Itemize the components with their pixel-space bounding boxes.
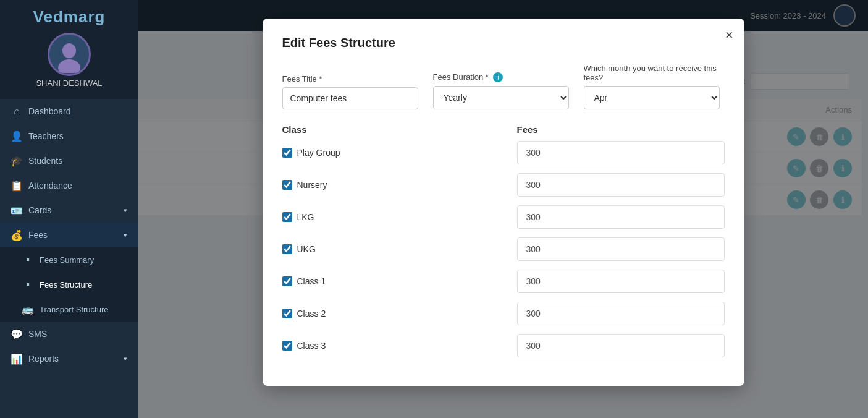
sidebar-item-teachers[interactable]: 👤 Teachers <box>0 124 138 148</box>
sidebar-item-dashboard[interactable]: ⌂ Dashboard <box>0 99 138 124</box>
main-content: Session: 2023 - 2024 Search: Creation Da… <box>138 0 868 418</box>
modal-title: Edit Fees Structure <box>282 36 725 50</box>
fees-title-group: Fees Title * <box>282 74 418 109</box>
chevron-down-icon: ▾ <box>124 355 127 363</box>
fees-input-class2 <box>517 302 725 325</box>
nursery-checkbox[interactable] <box>282 180 292 190</box>
col-fees-label: Fees <box>517 124 725 135</box>
sidebar: Vedmarg SHANI DESHWAL ⌂ Dashboard 👤 Teac… <box>0 0 138 418</box>
sidebar-item-label: Transport Structure <box>40 305 127 314</box>
app-shell: Vedmarg SHANI DESHWAL ⌂ Dashboard 👤 Teac… <box>0 0 868 418</box>
class-label: Class 1 <box>297 276 326 286</box>
class-checkbox-label: Class 3 <box>282 341 517 351</box>
class-label: LKG <box>297 212 314 222</box>
fees-duration-select[interactable]: Yearly Monthly Quarterly Half Yearly <box>433 86 569 109</box>
fees-icon: 💰 <box>11 229 22 241</box>
teachers-icon: 👤 <box>11 130 22 142</box>
avatar <box>48 33 91 76</box>
class-fees-header: Class Fees <box>282 124 725 135</box>
fees-submenu: ▪ Fees Summary ▪ Fees Structure 🚌 Transp… <box>0 247 138 322</box>
play-group-checkbox[interactable] <box>282 148 292 158</box>
class-label: Class 3 <box>297 341 326 351</box>
fees-value-class1[interactable] <box>517 270 725 293</box>
sms-icon: 💬 <box>11 328 22 339</box>
class-label: Class 2 <box>297 309 326 318</box>
sidebar-item-label: Fees <box>28 230 117 240</box>
sidebar-item-label: Fees Structure <box>40 280 127 289</box>
cards-icon: 🪪 <box>11 205 22 216</box>
info-icon[interactable]: i <box>493 72 503 82</box>
class3-checkbox[interactable] <box>282 341 292 351</box>
class-label: Play Group <box>297 148 340 158</box>
modal-form-row: Fees Title * Fees Duration * i Yearly Mo… <box>282 64 725 109</box>
class-fee-row-play-group: Play Group <box>282 141 725 164</box>
lkg-checkbox[interactable] <box>282 212 292 222</box>
sidebar-item-label: Students <box>28 156 127 166</box>
class-checkbox-label: Class 1 <box>282 276 517 286</box>
class-label: UKG <box>297 244 316 254</box>
fees-duration-group: Fees Duration * i Yearly Monthly Quarter… <box>433 72 569 110</box>
sidebar-item-students[interactable]: 🎓 Students <box>0 148 138 173</box>
sidebar-item-transport-structure[interactable]: 🚌 Transport Structure <box>0 297 138 322</box>
sidebar-item-label: Reports <box>28 354 117 364</box>
class-fee-row-lkg: LKG <box>282 205 725 229</box>
sidebar-item-sms[interactable]: 💬 SMS <box>0 322 138 346</box>
class-checkbox-label: Class 2 <box>282 309 517 318</box>
modal-overlay: Edit Fees Structure × Fees Title * Fees … <box>138 0 868 418</box>
fees-value-play-group[interactable] <box>517 141 725 164</box>
class-checkbox-label: LKG <box>282 212 517 222</box>
sidebar-item-fees-structure[interactable]: ▪ Fees Structure <box>0 272 138 297</box>
sidebar-item-label: Attendance <box>28 181 127 190</box>
username: SHANI DESHWAL <box>36 79 102 88</box>
sidebar-item-label: SMS <box>28 329 127 339</box>
class-checkbox-label: Nursery <box>282 180 517 190</box>
students-icon: 🎓 <box>11 155 22 166</box>
fees-title-input[interactable] <box>282 87 418 109</box>
class-fee-row-ukg: UKG <box>282 237 725 261</box>
app-name: Vedmarg <box>33 7 106 27</box>
fees-value-class3[interactable] <box>517 334 725 357</box>
sidebar-item-label: Fees Summary <box>40 255 127 265</box>
class1-checkbox[interactable] <box>282 276 292 286</box>
fees-input-lkg <box>517 205 725 229</box>
class-checkbox-label: Play Group <box>282 148 517 158</box>
sidebar-item-fees[interactable]: 💰 Fees ▾ <box>0 223 138 247</box>
fees-summary-icon: ▪ <box>22 254 33 265</box>
chevron-down-icon: ▾ <box>124 231 127 239</box>
svg-point-1 <box>62 43 76 58</box>
sidebar-item-reports[interactable]: 📊 Reports ▾ <box>0 346 138 371</box>
sidebar-item-label: Dashboard <box>28 106 127 116</box>
fees-title-label: Fees Title * <box>282 74 418 83</box>
fees-value-nursery[interactable] <box>517 173 725 197</box>
fees-structure-icon: ▪ <box>22 279 33 290</box>
reports-icon: 📊 <box>11 353 22 364</box>
fees-input-nursery <box>517 173 725 197</box>
month-group: Which month you want to receive this fee… <box>584 64 725 109</box>
fees-input-class3 <box>517 334 725 357</box>
edit-fees-structure-modal: Edit Fees Structure × Fees Title * Fees … <box>263 19 744 386</box>
class-fee-row-class3: Class 3 <box>282 334 725 357</box>
fees-value-ukg[interactable] <box>517 237 725 261</box>
sidebar-logo-area: Vedmarg SHANI DESHWAL <box>0 0 138 99</box>
col-class-label: Class <box>282 124 517 135</box>
transport-icon: 🚌 <box>22 304 33 315</box>
class-fee-row-class2: Class 2 <box>282 302 725 325</box>
fees-input-class1 <box>517 270 725 293</box>
month-select[interactable]: Apr May Jun Jul Aug Sep Oct Nov Dec Jan … <box>584 86 720 109</box>
close-button[interactable]: × <box>725 28 733 42</box>
sidebar-nav: ⌂ Dashboard 👤 Teachers 🎓 Students 📋 Atte… <box>0 99 138 418</box>
class-fee-row-class1: Class 1 <box>282 270 725 293</box>
attendance-icon: 📋 <box>11 180 22 191</box>
ukg-checkbox[interactable] <box>282 244 292 254</box>
chevron-down-icon: ▾ <box>124 207 127 215</box>
fees-value-lkg[interactable] <box>517 205 725 229</box>
dashboard-icon: ⌂ <box>11 106 22 117</box>
sidebar-item-label: Teachers <box>28 131 127 141</box>
month-label: Which month you want to receive this fee… <box>584 64 725 82</box>
sidebar-item-cards[interactable]: 🪪 Cards ▾ <box>0 198 138 223</box>
fees-value-class2[interactable] <box>517 302 725 325</box>
fees-input-play-group <box>517 141 725 164</box>
sidebar-item-attendance[interactable]: 📋 Attendance <box>0 173 138 198</box>
sidebar-item-fees-summary[interactable]: ▪ Fees Summary <box>0 247 138 272</box>
class2-checkbox[interactable] <box>282 309 292 318</box>
